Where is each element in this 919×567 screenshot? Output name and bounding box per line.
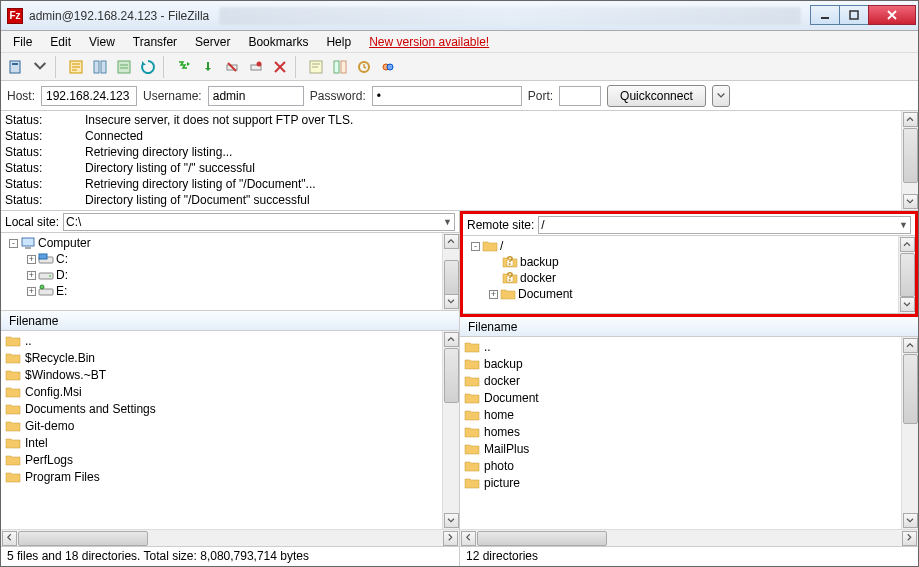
scroll-right-button[interactable] (902, 531, 917, 546)
scroll-thumb[interactable] (900, 253, 915, 297)
password-input[interactable] (372, 86, 522, 106)
remote-list-scrollbar[interactable] (901, 337, 918, 529)
file-row[interactable]: .. (5, 332, 438, 349)
file-row[interactable]: photo (464, 457, 897, 474)
scroll-up-button[interactable] (900, 237, 915, 252)
scroll-up-button[interactable] (903, 338, 918, 353)
file-row[interactable]: MailPlus (464, 440, 897, 457)
file-row[interactable]: Program Files (5, 468, 438, 485)
new-version-link[interactable]: New version available! (361, 33, 497, 51)
menu-view[interactable]: View (81, 33, 123, 51)
scroll-right-button[interactable] (443, 531, 458, 546)
toggle-log-button[interactable] (65, 56, 87, 78)
tree-node[interactable]: docker (467, 270, 894, 286)
remote-tree-scrollbar[interactable] (898, 236, 915, 313)
compare-button[interactable] (329, 56, 351, 78)
column-filename[interactable]: Filename (464, 318, 521, 336)
tree-node[interactable]: +E: (5, 283, 438, 299)
site-manager-button[interactable] (5, 56, 27, 78)
log-key: Status: (5, 128, 85, 144)
file-row[interactable]: .. (464, 338, 897, 355)
quickconnect-history-button[interactable] (712, 85, 730, 107)
scroll-down-button[interactable] (444, 294, 459, 309)
port-input[interactable] (559, 86, 601, 106)
expand-toggle[interactable]: + (27, 271, 36, 280)
minimize-button[interactable] (810, 5, 840, 25)
process-queue-button[interactable] (173, 56, 195, 78)
scroll-down-button[interactable] (903, 194, 918, 209)
scroll-thumb[interactable] (903, 128, 918, 183)
toggle-queue-button[interactable] (113, 56, 135, 78)
file-row[interactable]: backup (464, 355, 897, 372)
expand-toggle[interactable]: + (27, 255, 36, 264)
file-row[interactable]: Document (464, 389, 897, 406)
search-button[interactable] (377, 56, 399, 78)
close-button[interactable] (868, 5, 916, 25)
scroll-down-button[interactable] (900, 297, 915, 312)
local-list-scrollbar[interactable] (442, 331, 459, 529)
tree-node[interactable]: backup (467, 254, 894, 270)
scroll-left-button[interactable] (2, 531, 17, 546)
file-row[interactable]: $Windows.~BT (5, 366, 438, 383)
remote-list-header[interactable]: Filename (460, 317, 918, 337)
scroll-left-button[interactable] (461, 531, 476, 546)
expand-toggle[interactable]: + (27, 287, 36, 296)
tree-node[interactable]: +C: (5, 251, 438, 267)
scroll-thumb[interactable] (444, 348, 459, 403)
scroll-up-button[interactable] (444, 234, 459, 249)
tree-node[interactable]: +Document (467, 286, 894, 302)
menu-edit[interactable]: Edit (42, 33, 79, 51)
file-row[interactable]: Config.Msi (5, 383, 438, 400)
scroll-thumb[interactable] (18, 531, 148, 546)
scroll-thumb[interactable] (903, 354, 918, 424)
remote-hscroll[interactable] (460, 529, 918, 546)
file-row[interactable]: picture (464, 474, 897, 491)
file-row[interactable]: $Recycle.Bin (5, 349, 438, 366)
file-row[interactable]: homes (464, 423, 897, 440)
tree-node[interactable]: +D: (5, 267, 438, 283)
host-input[interactable] (41, 86, 137, 106)
log-text[interactable]: Status:Insecure server, it does not supp… (1, 111, 901, 210)
scroll-down-button[interactable] (444, 513, 459, 528)
expand-toggle[interactable]: - (9, 239, 18, 248)
quickconnect-button[interactable]: Quickconnect (607, 85, 706, 107)
scroll-thumb[interactable] (444, 260, 459, 295)
local-hscroll[interactable] (1, 529, 459, 546)
local-tree-scrollbar[interactable] (442, 233, 459, 310)
scroll-down-button[interactable] (903, 513, 918, 528)
log-scrollbar[interactable] (901, 111, 918, 210)
toolbar-dropdown[interactable] (29, 56, 51, 78)
disconnect-button[interactable] (221, 56, 243, 78)
reconnect-button[interactable] (245, 56, 267, 78)
file-row[interactable]: Documents and Settings (5, 400, 438, 417)
toggle-tree-button[interactable] (89, 56, 111, 78)
menu-transfer[interactable]: Transfer (125, 33, 185, 51)
remote-site-combo[interactable]: / ▼ (538, 216, 911, 234)
sync-browse-button[interactable] (353, 56, 375, 78)
filter-button[interactable] (305, 56, 327, 78)
cancel-button[interactable] (197, 56, 219, 78)
maximize-button[interactable] (839, 5, 869, 25)
local-site-combo[interactable]: C:\ ▼ (63, 213, 455, 231)
scroll-up-button[interactable] (444, 332, 459, 347)
local-list-header[interactable]: Filename (1, 311, 459, 331)
file-row[interactable]: Intel (5, 434, 438, 451)
file-row[interactable]: Git-demo (5, 417, 438, 434)
tree-node[interactable]: -Computer (5, 235, 438, 251)
file-row[interactable]: home (464, 406, 897, 423)
scroll-thumb[interactable] (477, 531, 607, 546)
username-input[interactable] (208, 86, 304, 106)
menu-help[interactable]: Help (318, 33, 359, 51)
menu-bookmarks[interactable]: Bookmarks (240, 33, 316, 51)
stop-button[interactable] (269, 56, 291, 78)
file-row[interactable]: docker (464, 372, 897, 389)
column-filename[interactable]: Filename (5, 312, 62, 330)
tree-node[interactable]: -/ (467, 238, 894, 254)
scroll-up-button[interactable] (903, 112, 918, 127)
refresh-button[interactable] (137, 56, 159, 78)
menu-server[interactable]: Server (187, 33, 238, 51)
expand-toggle[interactable]: + (489, 290, 498, 299)
menu-file[interactable]: File (5, 33, 40, 51)
file-row[interactable]: PerfLogs (5, 451, 438, 468)
expand-toggle[interactable]: - (471, 242, 480, 251)
